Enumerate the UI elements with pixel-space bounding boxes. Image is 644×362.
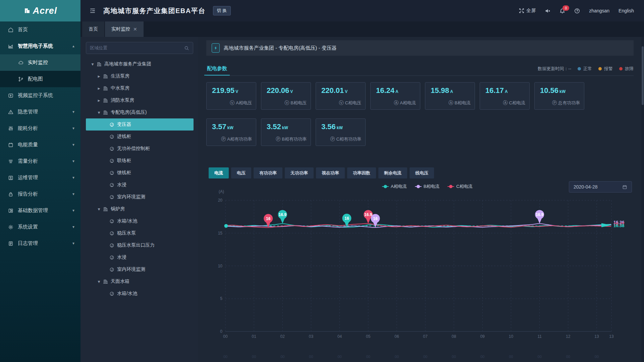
tree-node-馈线柜[interactable]: 馈线柜 xyxy=(86,167,194,179)
caret-down-icon[interactable]: ▾ xyxy=(96,279,102,284)
sidebar-item-9[interactable]: 基础数据管理▼ xyxy=(0,202,80,219)
marker-pin-16.9: 16.9 xyxy=(278,210,287,224)
username[interactable]: zhangsan xyxy=(589,8,609,13)
tree-node-label: 中水泵房 xyxy=(111,85,129,91)
tree-node-消防水泵房[interactable]: ▸消防水泵房 xyxy=(86,94,194,106)
tree-node-中水泵房[interactable]: ▸中水泵房 xyxy=(86,82,194,94)
page-tab-实时监控[interactable]: 实时监控✕ xyxy=(105,21,144,37)
tree-node-无功补偿控制柜[interactable]: 无功补偿控制柜 xyxy=(86,143,194,155)
tab-power-params[interactable]: 配电参数 xyxy=(206,62,228,75)
switch-button[interactable]: 切 换 xyxy=(213,6,231,15)
chart-tab-无功功率[interactable]: 无功功率 xyxy=(285,167,314,178)
tree-node-生活泵房[interactable]: ▸生活泵房 xyxy=(86,70,194,82)
sidebar-item-8[interactable]: 报告分析▼ xyxy=(0,186,80,202)
collapse-menu-icon[interactable] xyxy=(89,8,96,14)
tree-node-联络柜[interactable]: 联络柜 xyxy=(86,155,194,167)
sidebar-item-11[interactable]: 日志管理▼ xyxy=(0,235,80,252)
close-tab-icon[interactable]: ✕ xyxy=(133,27,137,32)
tree-node-天面水箱[interactable]: ▾天面水箱 xyxy=(86,275,194,288)
tree-node-水箱/水池[interactable]: 水箱/水池 xyxy=(86,288,194,300)
tree-node-变压器[interactable]: 变压器 xyxy=(86,118,194,131)
circled-letter-icon: Ⓐ xyxy=(394,100,398,106)
sidebar-item-0[interactable]: 首页 xyxy=(0,21,80,38)
tree-node-label: 馈线柜 xyxy=(117,170,131,176)
sidebar-subitem-label: 实时监控 xyxy=(28,59,48,66)
mute-button[interactable] xyxy=(545,8,550,14)
tree-node-专配电房(高低压)[interactable]: ▾专配电房(高低压) xyxy=(86,106,194,118)
sidebar-item-10[interactable]: 系统设置▼ xyxy=(0,219,80,235)
tree-node-室内环境监测[interactable]: 室内环境监测 xyxy=(86,263,194,275)
sidebar-item-5[interactable]: 电能质量▼ xyxy=(0,137,80,153)
metric-unit: V xyxy=(345,89,347,94)
chart-tab-电流[interactable]: 电流 xyxy=(209,167,229,178)
chart-tab-剩余电流[interactable]: 剩余电流 xyxy=(378,167,407,178)
page-tab-首页[interactable]: 首页 xyxy=(82,21,104,37)
caret-down-icon[interactable]: ▾ xyxy=(89,61,96,67)
tree-node-label: 室内环境监测 xyxy=(117,194,145,200)
report-icon xyxy=(8,192,13,197)
caret-right-icon[interactable]: ▸ xyxy=(96,86,102,91)
tree-node-稳压水泵出口压力[interactable]: 稳压水泵出口压力 xyxy=(86,239,194,251)
metric-card-C相电压: 220.01VⓋC相电压 xyxy=(316,82,366,110)
tree-node-高地城市服务产业集团[interactable]: ▾高地城市服务产业集团 xyxy=(86,58,194,70)
marker-pin-16.9: 16.9 xyxy=(535,210,544,224)
svg-text:01: 01 xyxy=(252,334,256,339)
search-input[interactable]: 区域位置 xyxy=(86,42,193,54)
logs-icon xyxy=(8,241,13,246)
tree-node-锅炉房[interactable]: ▾锅炉房 xyxy=(86,203,194,215)
sidebar-item-3[interactable]: 隐患管理▼ xyxy=(0,104,80,120)
status-报警: 报警 xyxy=(598,66,613,72)
circled-letter-icon: Ⓥ xyxy=(284,100,289,106)
fullscreen-button[interactable]: 全屏 xyxy=(519,8,536,14)
chart-tab-电压[interactable]: 电压 xyxy=(231,167,251,178)
tree-node-水浸[interactable]: 水浸 xyxy=(86,251,194,263)
metric-unit: kW xyxy=(282,125,288,130)
chart-tab-功率因数[interactable]: 功率因数 xyxy=(347,167,376,178)
tree-node-水浸[interactable]: 水浸 xyxy=(86,179,194,191)
sidebar-subitem-配电图[interactable]: 配电图 xyxy=(0,71,80,87)
search-icon[interactable] xyxy=(184,46,189,51)
tree-node-进线柜[interactable]: 进线柜 xyxy=(86,131,194,143)
chevron-down-icon: ▼ xyxy=(72,242,75,245)
chart-tab-有功功率[interactable]: 有功功率 xyxy=(254,167,282,178)
sidebar-item-7[interactable]: 运维管理▼ xyxy=(0,169,80,186)
sidebar-subitem-实时监控[interactable]: 实时监控 xyxy=(0,54,80,71)
caret-right-icon[interactable]: ▸ xyxy=(96,98,102,103)
sidebar-item-1[interactable]: 智慧用电子系统▲ xyxy=(0,38,80,54)
svg-text:16: 16 xyxy=(373,216,378,221)
sidebar-item-2[interactable]: 视频监控子系统 xyxy=(0,87,80,104)
notifications-button[interactable]: 0 xyxy=(559,8,565,14)
chevron-down-icon: ▼ xyxy=(72,143,75,147)
metric-card-B相电流: 15.98AⒶB相电流 xyxy=(425,82,475,110)
basedata-icon xyxy=(8,208,13,213)
chart-tab-线电压[interactable]: 线电压 xyxy=(410,167,434,178)
sidebar-item-label: 需量分析 xyxy=(18,158,38,164)
tree-node-稳压水泵[interactable]: 稳压水泵 xyxy=(86,227,194,239)
tree-node-水箱/水池[interactable]: 水箱/水池 xyxy=(86,215,194,227)
chevron-down-icon: ▼ xyxy=(72,209,75,212)
page-scrollbar-thumb[interactable] xyxy=(642,46,644,105)
caret-down-icon[interactable]: ▾ xyxy=(96,110,102,115)
current-line-chart[interactable]: 0510152000000100020003000400050006000700… xyxy=(198,186,641,362)
metric-card-A相有功功率: 3.57kWⓅA相有功功率 xyxy=(206,118,256,146)
sidebar-item-4[interactable]: 能耗分析▼ xyxy=(0,120,80,137)
sidebar-item-label: 报告分析 xyxy=(18,191,38,197)
brand-logo-text: Acrel xyxy=(33,6,57,16)
building-icon xyxy=(102,207,108,212)
page-scrollbar-track[interactable] xyxy=(641,21,644,362)
circled-letter-icon: Ⓟ xyxy=(330,136,335,142)
chevron-up-icon: ▲ xyxy=(72,44,75,48)
svg-text:00: 00 xyxy=(423,355,427,359)
language-switch[interactable]: English xyxy=(619,8,634,13)
metric-card-A相电流: 16.24AⒶA相电流 xyxy=(370,82,420,110)
metric-card-C相有功功率: 3.56kWⓅC相有功功率 xyxy=(316,118,366,146)
tree-node-室内环境监测[interactable]: 室内环境监测 xyxy=(86,191,194,203)
caret-down-icon[interactable]: ▾ xyxy=(96,206,102,212)
sidebar-subitem-label: 配电图 xyxy=(28,76,43,82)
sidebar-item-6[interactable]: 需量分析▼ xyxy=(0,153,80,169)
caret-right-icon[interactable]: ▸ xyxy=(96,73,102,79)
help-button[interactable] xyxy=(574,8,580,14)
building-icon xyxy=(102,86,108,91)
chart-tab-视在功率[interactable]: 视在功率 xyxy=(316,167,345,178)
svg-text:(A): (A) xyxy=(219,189,224,194)
